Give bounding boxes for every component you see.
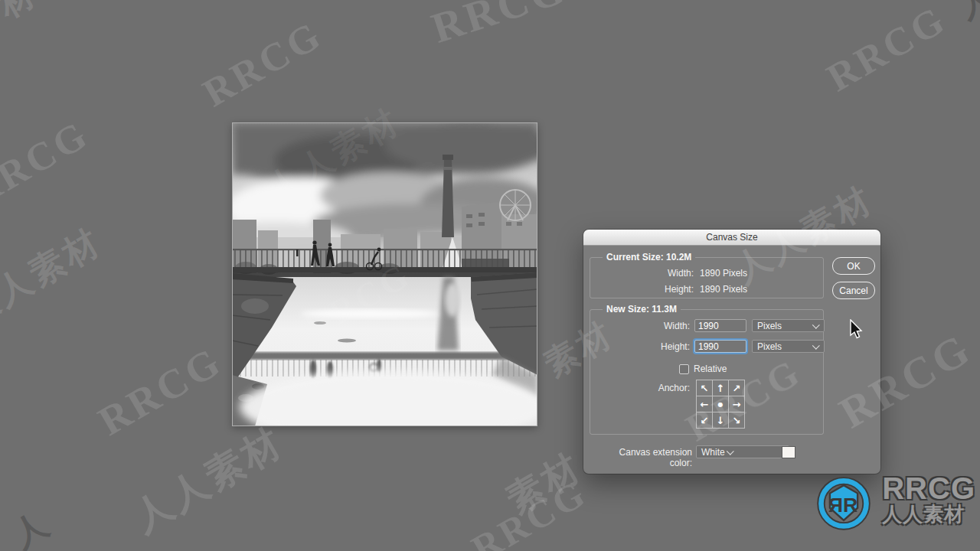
mouse-cursor	[849, 319, 863, 339]
svg-text:R: R	[828, 494, 843, 517]
canvas-extension-label: Canvas extension color:	[596, 447, 692, 468]
current-height-row: Height: 1890 Pixels	[590, 283, 823, 295]
watermark-text: RRCG	[819, 0, 954, 100]
dialog-title: Canvas Size	[706, 232, 757, 243]
relative-row: Relative	[590, 363, 823, 375]
new-height-unit-value: Pixels	[757, 341, 811, 352]
watermark-text: RRCG	[90, 337, 230, 445]
current-width-row: Width: 1890 Pixels	[590, 267, 823, 279]
cancel-button[interactable]: Cancel	[832, 282, 875, 299]
relative-checkbox[interactable]	[679, 364, 689, 374]
dialog-titlebar[interactable]: Canvas Size	[583, 230, 880, 246]
anchor-cell-top-right[interactable]: ↗	[729, 380, 745, 396]
photo-canvas	[232, 122, 537, 426]
new-width-label: Width:	[590, 321, 690, 331]
watermark-text: 素材	[498, 442, 591, 524]
anchor-cell-bottom-left[interactable]: ↙	[697, 412, 713, 429]
rrcg-logo-emblem: R R	[813, 471, 874, 533]
rrcg-logo-brand: RRCG	[882, 476, 975, 501]
new-width-unit-value: Pixels	[757, 321, 811, 331]
chevron-down-icon	[812, 321, 820, 329]
canvas-extension-row: Canvas extension color: White	[583, 446, 880, 458]
current-size-heading: Current Size: 10.2M	[603, 252, 695, 262]
rrcg-logo-text: RRCG 人人素材	[882, 476, 975, 528]
ok-button[interactable]: OK	[832, 257, 875, 275]
new-width-input[interactable]	[694, 319, 746, 332]
watermark-text: RRCG	[464, 470, 594, 551]
chevron-down-icon	[812, 342, 820, 350]
watermark-text: 人	[5, 500, 59, 551]
new-height-row: Height: Pixels	[590, 341, 823, 353]
anchor-label: Anchor:	[590, 383, 690, 393]
anchor-cell-bottom[interactable]: ↓	[713, 412, 729, 429]
watermark-text: 材	[0, 0, 46, 29]
anchor-cell-left[interactable]: ←	[697, 396, 713, 412]
current-width-label: Width:	[590, 268, 694, 279]
relative-label: Relative	[694, 364, 727, 374]
current-height-value: 1890 Pixels	[700, 284, 747, 295]
new-size-group: New Size: 11.3M Width: Pixels Height: Pi…	[590, 309, 824, 435]
anchor-cell-bottom-right[interactable]: ↘	[729, 412, 745, 429]
rrcg-logo: R R RRCG 人人素材	[813, 471, 975, 533]
anchor-cell-center[interactable]: ●	[713, 396, 729, 412]
watermark-text: RRCG	[426, 0, 573, 53]
anchor-cell-top-left[interactable]: ↖	[697, 380, 713, 396]
current-size-group: Current Size: 10.2M Width: 1890 Pixels H…	[590, 257, 824, 298]
watermark-text: 人人素材	[0, 218, 110, 336]
photo-scene-illustration	[232, 122, 537, 426]
anchor-cell-right[interactable]: →	[729, 396, 745, 412]
new-height-input[interactable]	[694, 340, 746, 353]
extension-color-swatch[interactable]	[782, 446, 795, 458]
watermark-text: RRCG	[0, 111, 96, 215]
watermark-text: 人	[949, 0, 980, 28]
watermark-text: 人人素材	[124, 416, 293, 543]
anchor-cell-top[interactable]: ↑	[713, 380, 729, 396]
new-height-unit-dropdown[interactable]: Pixels	[752, 340, 825, 353]
new-size-heading: New Size: 11.3M	[603, 304, 681, 315]
canvas-extension-value: White	[701, 447, 725, 458]
anchor-grid: ↖ ↑ ↗ ← ● → ↙ ↓ ↘	[696, 380, 745, 429]
current-width-value: 1890 Pixels	[700, 268, 747, 279]
new-width-row: Width: Pixels	[590, 320, 823, 332]
canvas-size-dialog: Canvas Size Current Size: 10.2M Width: 1…	[583, 230, 880, 474]
chevron-down-icon	[727, 448, 734, 455]
new-width-unit-dropdown[interactable]: Pixels	[752, 319, 825, 332]
canvas-extension-dropdown[interactable]: White	[696, 445, 789, 458]
svg-text:R: R	[843, 494, 858, 517]
screen: Canvas Size Current Size: 10.2M Width: 1…	[0, 0, 980, 551]
rrcg-logo-brand-cn: 人人素材	[882, 501, 975, 528]
current-height-label: Height:	[590, 284, 694, 295]
new-height-label: Height:	[590, 341, 690, 352]
watermark-text: RRCG	[195, 11, 330, 116]
